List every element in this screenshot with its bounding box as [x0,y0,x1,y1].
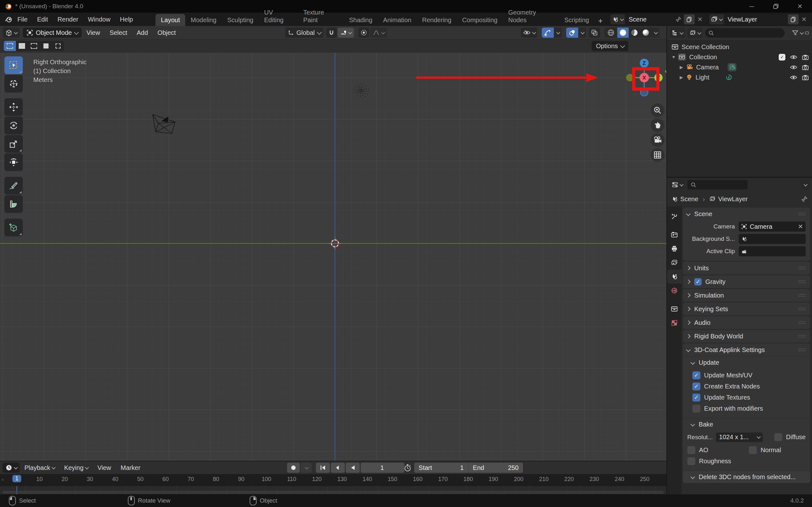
timeline-menu-playback[interactable]: Playback [20,464,59,471]
tool-annotate[interactable] [4,177,23,194]
ruler-tick[interactable]: 130 [338,476,347,483]
background-scene-field[interactable] [739,234,806,244]
ruler-tick[interactable]: 20 [61,476,68,483]
timeline-ruler[interactable]: › 11020304050607080901001101201301401501… [0,474,666,486]
resolution-dropdown[interactable]: 1024 x 1... [716,433,763,442]
stopwatch-icon[interactable] [403,464,412,472]
ruler-tick[interactable]: 30 [87,476,93,483]
tab-shading[interactable]: Shading [344,14,377,26]
scene-browse-icon[interactable] [610,14,625,24]
light-label[interactable]: Light [696,74,709,81]
viewport-menu-object[interactable]: Object [153,29,181,37]
ruler-tick[interactable]: 220 [564,476,574,483]
editor-type-3d-viewport-icon[interactable] [3,27,20,38]
shading-solid-icon[interactable] [617,27,629,38]
ruler-tick[interactable]: 140 [362,476,372,483]
unlink-scene-icon[interactable]: ✕ [695,14,705,24]
outliner-row-camera[interactable]: ▶ Camera [667,62,812,72]
xray-toggle-icon[interactable] [589,27,600,38]
shading-rendered-icon[interactable] [640,27,652,38]
viewlayer-selector[interactable]: ViewLayer ✕ [709,14,809,24]
ruler-tick[interactable]: 160 [413,476,422,483]
tool-measure[interactable] [4,195,23,213]
remove-viewlayer-icon[interactable]: ✕ [799,14,809,24]
panel-grip[interactable] [798,212,806,216]
timeline-menu-view[interactable]: View [93,464,116,471]
blender-menu-icon[interactable] [4,15,13,23]
current-frame-field[interactable]: 1 [363,463,401,473]
outliner-row-collection[interactable]: ▼ Collection [667,52,812,62]
tab-scripting[interactable]: Scripting [559,14,595,26]
disclosure-right-icon[interactable]: ▶ [680,65,686,70]
new-scene-icon[interactable] [684,14,695,24]
menu-file[interactable]: File [13,16,32,23]
ruler-tick[interactable]: 250 [640,476,650,483]
subpanel-delete-3dc-header[interactable]: Delete 3DC nodes from selected... [683,470,810,483]
properties-search-input[interactable] [687,180,748,189]
tab-sculpting[interactable]: Sculpting [222,14,258,26]
camera-label[interactable]: Camera [696,64,719,71]
tool-select-box[interactable] [4,56,23,74]
overlays-dropdown[interactable] [578,27,586,38]
transform-orientation-dropdown[interactable]: Global [285,27,323,38]
tab-collection-icon[interactable] [667,302,681,316]
checkbox-row-export-with-modifiers[interactable]: Export with modifiers [693,403,806,414]
hide-eye-icon[interactable] [790,55,798,60]
tab-texture-paint[interactable]: Texture Paint [298,6,344,26]
editor-type-outliner-icon[interactable] [670,28,685,38]
zoom-icon[interactable] [651,103,664,117]
start-frame-value[interactable]: 1 [460,464,464,471]
ruler-tick[interactable]: 150 [388,476,397,483]
tool-add-cube[interactable] [4,219,23,236]
new-collection-icon[interactable] [805,30,809,36]
viewport-menu-select[interactable]: Select [105,29,132,37]
tab-viewlayer-icon[interactable] [667,256,681,270]
show-gizmo-visibility-dropdown[interactable] [521,27,537,38]
camera-field[interactable]: Camera ✕ [739,222,806,232]
select-mode-invert-icon[interactable] [40,41,52,51]
tool-cursor[interactable] [4,75,23,93]
viewlayer-name[interactable]: ViewLayer [724,16,762,23]
subpanel-update-header[interactable]: Update [683,356,810,369]
tab-rendering[interactable]: Rendering [417,14,457,26]
checkbox-row-update-textures[interactable]: Update Textures [693,392,806,403]
breadcrumb-scene[interactable]: Scene [680,195,699,203]
menu-render[interactable]: Render [53,16,83,23]
ruler-tick[interactable]: 10 [37,476,43,483]
ruler-tick[interactable]: 190 [489,476,498,483]
proportional-editing-icon[interactable] [358,27,369,38]
outliner-row-scene-collection[interactable]: Scene Collection [667,42,812,52]
shading-wireframe-icon[interactable] [605,27,617,38]
timeline-scrollbar[interactable] [3,491,664,494]
end-frame-value[interactable]: 250 [508,464,518,471]
pin-icon[interactable] [801,196,808,202]
timeline-menu-marker[interactable]: Marker [116,464,145,471]
snap-target-dropdown[interactable] [338,27,354,38]
ruler-tick[interactable]: 100 [262,476,271,483]
timeline-track[interactable] [0,486,666,494]
collection-label[interactable]: Collection [689,54,717,61]
tab-uv-editing[interactable]: UV Editing [259,6,298,26]
new-viewlayer-icon[interactable] [788,14,799,24]
current-frame-badge[interactable]: 1 [12,475,21,482]
minimize-icon[interactable]: ─ [740,0,764,13]
breadcrumb-viewlayer[interactable]: ViewLayer [718,195,748,203]
tool-options-dropdown[interactable]: Options [592,41,628,51]
ruler-tick[interactable]: 180 [463,476,473,483]
viewport-canvas[interactable]: Right Orthographic (1) Collection Meters [0,53,666,461]
ruler-tick[interactable]: 40 [112,476,118,483]
play-reverse-icon[interactable] [346,463,360,473]
outliner-row-light[interactable]: ▶ Light [667,72,812,82]
ruler-tick[interactable]: 170 [438,476,448,483]
outliner-filter-dropdown[interactable] [790,28,805,38]
tool-move[interactable] [4,98,23,116]
timeline-menu-keying[interactable]: Keying [59,464,93,471]
viewport-menu-view[interactable]: View [82,29,105,37]
scene-collection-label[interactable]: Scene Collection [681,43,729,51]
tab-layout[interactable]: Layout [155,14,185,26]
light-object-gizmo[interactable] [351,81,370,100]
proportional-falloff-dropdown[interactable] [370,27,387,38]
properties-options-dropdown[interactable] [801,180,809,190]
disable-render-camera-icon[interactable] [802,54,809,60]
ruler-tick[interactable]: 60 [162,476,169,483]
